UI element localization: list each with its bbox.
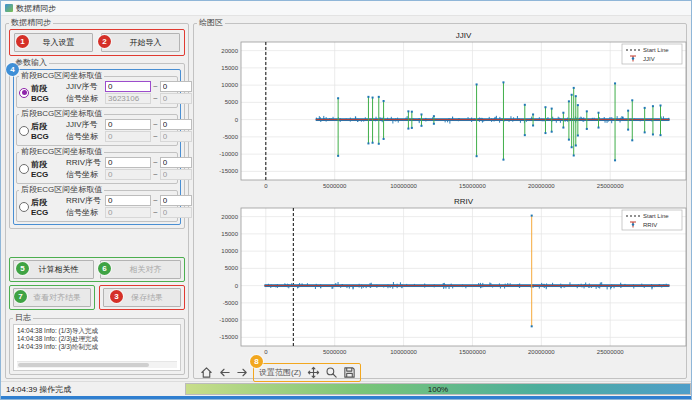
log-list[interactable]: 14:04:38 Info: (1/3)导入完成 14:04:38 Info: … bbox=[13, 324, 181, 371]
progress-bar: 100% bbox=[185, 383, 691, 395]
correlation-align-button[interactable]: 相关对齐 bbox=[100, 260, 181, 279]
svg-text:5000000: 5000000 bbox=[323, 349, 347, 355]
svg-text:10000000: 10000000 bbox=[390, 183, 417, 189]
section-front-ecg-title: 前段ECG区间坐标取值 bbox=[19, 148, 104, 156]
svg-text:20000000: 20000000 bbox=[528, 349, 555, 355]
annotation-badge-2: 2 bbox=[98, 35, 111, 48]
log-line: 14:04:38 Info: (1/3)导入完成 bbox=[17, 327, 177, 335]
tilde-separator: ~ bbox=[153, 82, 158, 91]
annotation-badge-5: 5 bbox=[16, 262, 29, 275]
svg-text:Start Line: Start Line bbox=[643, 213, 669, 219]
rear-bcg-radio[interactable] bbox=[19, 126, 29, 136]
signal-coord-start-input bbox=[105, 131, 151, 142]
title-bar: 数据精同步 bbox=[1, 1, 691, 16]
rriv-index-label: RRIV序号 bbox=[66, 157, 103, 168]
jjiv-index-end-input[interactable] bbox=[160, 119, 192, 130]
sync-groupbox-title: 数据精同步 bbox=[9, 19, 53, 27]
svg-text:0: 0 bbox=[235, 117, 239, 123]
svg-text:Start Line: Start Line bbox=[643, 47, 669, 53]
pan-icon[interactable] bbox=[306, 365, 321, 380]
svg-text:10000000: 10000000 bbox=[390, 349, 417, 355]
svg-text:-15000: -15000 bbox=[219, 334, 238, 340]
svg-text:10000: 10000 bbox=[221, 82, 238, 88]
status-message: 14:04:39 操作完成 bbox=[6, 384, 71, 395]
signal-coord-label: 信号坐标 bbox=[66, 207, 103, 218]
svg-text:5000000: 5000000 bbox=[323, 183, 347, 189]
rear-bcg-radio-label: 后段BCG bbox=[31, 121, 64, 141]
sync-groupbox: 数据精同步 1 导入设置 2 开始导入 参数输入 4 前段BCG区间坐标取值 bbox=[5, 19, 189, 379]
start-import-button[interactable]: 开始导入 bbox=[101, 33, 180, 52]
import-buttons-annotation-box: 1 导入设置 2 开始导入 bbox=[9, 29, 185, 56]
app-window: 数据精同步 数据精同步 1 导入设置 2 开始导入 参数输入 4 前段BCG区间… bbox=[0, 0, 692, 400]
svg-text:15000000: 15000000 bbox=[459, 349, 486, 355]
signal-coord-start-input bbox=[105, 207, 151, 218]
scrollbar-thumb[interactable] bbox=[18, 363, 149, 367]
svg-text:-5000: -5000 bbox=[223, 300, 239, 306]
window-title: 数据精同步 bbox=[16, 3, 56, 14]
back-arrow-icon[interactable] bbox=[217, 365, 232, 380]
annotation-badge-4: 4 bbox=[6, 63, 19, 76]
front-ecg-radio[interactable] bbox=[19, 164, 29, 174]
log-line: 14:04:39 Info: (3/3)绘制完成 bbox=[17, 343, 177, 351]
jjiv-chart[interactable]: -15000-10000-500005000100001500020000050… bbox=[197, 29, 692, 195]
section-rear-bcg-title: 后段BCG区间坐标取值 bbox=[19, 110, 104, 118]
rriv-index-start-input[interactable] bbox=[105, 157, 151, 168]
home-icon[interactable] bbox=[199, 365, 214, 380]
svg-text:25000000: 25000000 bbox=[597, 183, 624, 189]
tilde-separator: ~ bbox=[153, 170, 158, 179]
rriv-index-start-input[interactable] bbox=[105, 195, 151, 206]
save-figure-icon[interactable] bbox=[342, 365, 357, 380]
save-result-annotation-box: 3 保存结果 bbox=[99, 285, 185, 310]
rriv-index-end-input[interactable] bbox=[160, 157, 192, 168]
set-range-button[interactable]: 设置范围(Z) bbox=[257, 367, 303, 378]
svg-text:25000000: 25000000 bbox=[597, 349, 624, 355]
rriv-index-end-input[interactable] bbox=[160, 195, 192, 206]
svg-text:JJIV: JJIV bbox=[643, 56, 655, 62]
main-area: 数据精同步 1 导入设置 2 开始导入 参数输入 4 前段BCG区间坐标取值 bbox=[1, 16, 691, 381]
annotation-badge-6: 6 bbox=[98, 262, 111, 275]
svg-text:0: 0 bbox=[264, 349, 268, 355]
jjiv-index-end-input[interactable] bbox=[160, 81, 192, 92]
view-result-annotation-box: 7 查看对齐结果 bbox=[9, 285, 95, 310]
svg-text:0: 0 bbox=[235, 283, 239, 289]
status-bar: 14:04:39 操作完成 100% bbox=[1, 381, 691, 396]
tilde-separator: ~ bbox=[153, 208, 158, 217]
section-rear-ecg: 后段ECG区间坐标取值 后段ECG RRIV序号 ~ bbox=[16, 186, 178, 222]
tilde-separator: ~ bbox=[153, 196, 158, 205]
jjiv-index-label: JJIV序号 bbox=[66, 119, 103, 130]
signal-coord-label: 信号坐标 bbox=[66, 131, 103, 142]
jjiv-index-start-input[interactable] bbox=[105, 119, 151, 130]
svg-text:JJIV: JJIV bbox=[456, 31, 472, 40]
svg-text:-10000: -10000 bbox=[219, 151, 238, 157]
svg-text:RRIV: RRIV bbox=[643, 222, 657, 228]
svg-text:5000: 5000 bbox=[225, 99, 239, 105]
params-annotation-box: 4 前段BCG区间坐标取值 前段BCG JJIV序号 bbox=[13, 69, 181, 225]
params-groupbox: 参数输入 4 前段BCG区间坐标取值 前段BCG bbox=[9, 59, 185, 229]
section-rear-bcg: 后段BCG区间坐标取值 后段BCG JJIV序号 ~ bbox=[16, 110, 178, 146]
svg-text:RRIV: RRIV bbox=[454, 197, 474, 206]
app-icon bbox=[5, 4, 13, 12]
annotation-badge-1: 1 bbox=[16, 35, 29, 48]
jjiv-index-start-input[interactable] bbox=[105, 81, 151, 92]
tilde-separator: ~ bbox=[153, 94, 158, 103]
svg-text:5000: 5000 bbox=[225, 265, 239, 271]
signal-coord-end-input bbox=[160, 131, 192, 142]
signal-coord-start-input bbox=[105, 169, 151, 180]
front-bcg-radio[interactable] bbox=[19, 88, 29, 98]
plot-toolbar: 8 设置范围(Z) bbox=[197, 362, 683, 383]
signal-coord-start-input bbox=[105, 93, 151, 104]
forward-arrow-icon[interactable] bbox=[235, 365, 250, 380]
section-front-bcg-title: 前段BCG区间坐标取值 bbox=[19, 72, 104, 80]
front-bcg-radio-label: 前段BCG bbox=[31, 83, 64, 103]
svg-text:15000: 15000 bbox=[221, 65, 238, 71]
plot-area-groupbox: 绘图区 -15000-10000-50000500010000150002000… bbox=[193, 19, 687, 379]
annotation-badge-7: 7 bbox=[14, 290, 27, 303]
signal-coord-label: 信号坐标 bbox=[66, 93, 103, 104]
rear-ecg-radio[interactable] bbox=[19, 202, 29, 212]
rear-ecg-radio-label: 后段ECG bbox=[31, 197, 64, 217]
log-horizontal-scrollbar[interactable] bbox=[17, 361, 177, 368]
section-front-ecg: 前段ECG区间坐标取值 前段ECG RRIV序号 ~ bbox=[16, 148, 178, 184]
rriv-chart[interactable]: -15000-10000-500005000100001500020000050… bbox=[197, 195, 692, 361]
svg-text:-5000: -5000 bbox=[223, 134, 239, 140]
zoom-icon[interactable] bbox=[324, 365, 339, 380]
